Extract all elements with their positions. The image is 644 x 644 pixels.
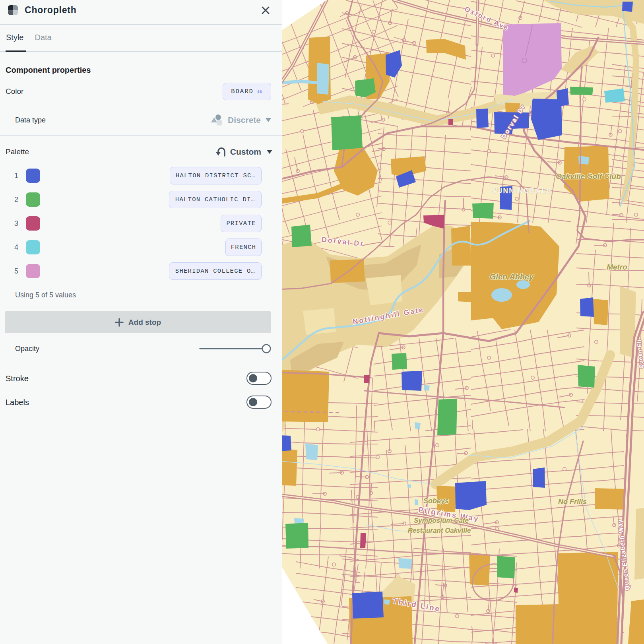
svg-text:Glen Abbey: Glen Abbey [490,272,534,281]
svg-text:Restaurant Oakville: Restaurant Oakville [408,527,471,534]
svg-text:Symposium Cafe: Symposium Cafe [414,517,469,524]
svg-text:SUNNINGDALE: SUNNINGDALE [492,187,553,195]
svg-text:Metro: Metro [607,263,627,271]
svg-text:Oakville Golf Club: Oakville Golf Club [556,172,621,180]
svg-text:Sobeys: Sobeys [423,497,449,505]
svg-text:No Frills: No Frills [558,498,587,506]
